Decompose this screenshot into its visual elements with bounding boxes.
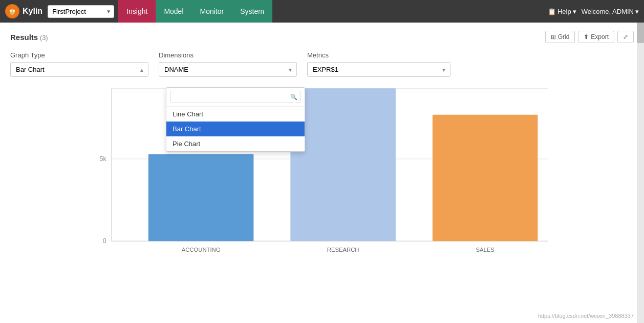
dropdown-item-line-chart[interactable]: Line Chart xyxy=(166,107,305,122)
svg-text:SALES: SALES xyxy=(476,247,495,253)
welcome-label: Welcome, ADMIN xyxy=(582,8,634,15)
chart-controls: Graph Type Bar Chart Line Chart Pie Char… xyxy=(10,51,634,77)
chart-area: 0 5k ACCOUNTING RESEARCH SALES xyxy=(10,83,634,273)
help-label: Help xyxy=(557,8,571,15)
results-actions: ⊞ Grid ⬆ Export ⤢ xyxy=(545,31,634,43)
kylin-logo-svg xyxy=(7,6,17,16)
nav-tab-model[interactable]: Model xyxy=(156,0,191,23)
navbar: Kylin FirstProject SecondProject ▼ Insig… xyxy=(0,0,644,23)
welcome-chevron-icon: ▾ xyxy=(635,8,639,15)
results-title-group: Results (3) xyxy=(10,33,48,42)
brand-name: Kylin xyxy=(23,7,42,16)
graph-type-select-wrapper[interactable]: Bar Chart Line Chart Pie Chart ▲ xyxy=(10,62,148,77)
bar-sales xyxy=(433,115,538,241)
svg-point-1 xyxy=(10,9,15,15)
project-select-wrapper[interactable]: FirstProject SecondProject ▼ xyxy=(48,5,114,18)
welcome-button[interactable]: Welcome, ADMIN ▾ xyxy=(582,8,639,15)
svg-text:ACCOUNTING: ACCOUNTING xyxy=(182,247,221,253)
dimensions-group: Dimensions DNAME ▼ xyxy=(159,51,297,77)
brand: Kylin xyxy=(5,4,42,18)
fullscreen-icon: ⤢ xyxy=(623,33,628,41)
grid-button[interactable]: ⊞ Grid xyxy=(545,31,575,43)
graph-type-label: Graph Type xyxy=(10,51,148,59)
bar-research xyxy=(290,88,396,241)
metrics-label: Metrics xyxy=(307,51,450,59)
dimensions-select-wrapper[interactable]: DNAME ▼ xyxy=(159,62,297,77)
page-scrollbar[interactable] xyxy=(637,23,644,323)
grid-label: Grid xyxy=(558,33,570,41)
dropdown-item-bar-chart[interactable]: Bar Chart xyxy=(166,122,305,136)
nav-tab-insight[interactable]: Insight xyxy=(118,0,156,23)
svg-text:5k: 5k xyxy=(100,155,107,163)
results-title: Results xyxy=(10,33,38,42)
metrics-group: Metrics EXPR$1 ▼ xyxy=(307,51,450,77)
dropdown-item-pie-chart[interactable]: Pie Chart xyxy=(166,136,305,151)
metrics-select[interactable]: EXPR$1 xyxy=(307,62,450,77)
svg-point-2 xyxy=(10,10,12,12)
export-icon: ⬆ xyxy=(584,33,589,41)
nav-tab-system[interactable]: System xyxy=(232,0,272,23)
scrollbar-thumb[interactable] xyxy=(637,23,644,43)
project-select[interactable]: FirstProject SecondProject xyxy=(48,5,114,18)
grid-icon: ⊞ xyxy=(551,33,556,41)
help-button[interactable]: 📋 Help ▾ xyxy=(548,8,576,15)
svg-text:0: 0 xyxy=(103,237,106,245)
nav-tabs: Insight Model Monitor System xyxy=(118,0,272,23)
svg-text:RESEARCH: RESEARCH xyxy=(327,247,359,253)
help-icon: 📋 xyxy=(548,8,556,15)
bar-accounting xyxy=(148,154,254,241)
watermark: https://blog.csdn.net/weixin_39888337 xyxy=(538,313,634,319)
dropdown-search-area: 🔍 xyxy=(166,88,305,107)
export-label: Export xyxy=(591,33,609,41)
dropdown-search-icon: 🔍 xyxy=(290,94,297,100)
dropdown-search-input[interactable] xyxy=(170,91,300,103)
metrics-select-wrapper[interactable]: EXPR$1 ▼ xyxy=(307,62,450,77)
results-count: (3) xyxy=(40,34,48,42)
help-chevron-icon: ▾ xyxy=(573,8,576,15)
svg-point-3 xyxy=(13,10,15,12)
graph-type-dropdown: 🔍 Line Chart Bar Chart Pie Chart xyxy=(166,87,305,152)
dimensions-select[interactable]: DNAME xyxy=(159,62,297,77)
fullscreen-button[interactable]: ⤢ xyxy=(617,31,634,43)
logo-icon xyxy=(5,4,19,18)
nav-tab-monitor[interactable]: Monitor xyxy=(192,0,232,23)
main-content: Results (3) ⊞ Grid ⬆ Export ⤢ Graph Type… xyxy=(0,23,644,323)
dimensions-label: Dimensions xyxy=(159,51,297,59)
graph-type-select[interactable]: Bar Chart Line Chart Pie Chart xyxy=(10,62,148,77)
bar-chart-svg: 0 5k ACCOUNTING RESEARCH SALES xyxy=(10,83,634,273)
export-button[interactable]: ⬆ Export xyxy=(578,31,614,43)
graph-type-group: Graph Type Bar Chart Line Chart Pie Char… xyxy=(10,51,148,77)
results-header: Results (3) ⊞ Grid ⬆ Export ⤢ xyxy=(10,31,634,43)
navbar-right: 📋 Help ▾ Welcome, ADMIN ▾ xyxy=(548,8,639,15)
